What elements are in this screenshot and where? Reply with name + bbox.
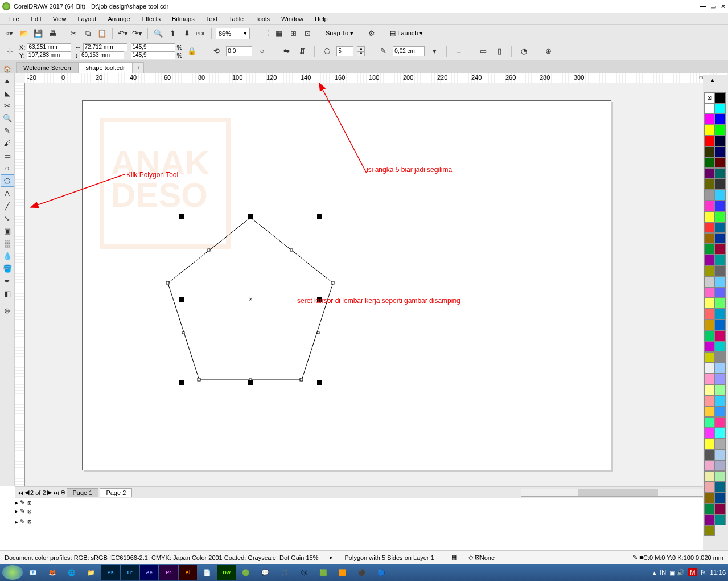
color-swatch[interactable]	[704, 406, 715, 417]
hscrollbar[interactable]	[521, 489, 726, 497]
color-swatch[interactable]	[704, 341, 715, 352]
tb-lightroom[interactable]: Lr	[121, 565, 139, 580]
outline-tool[interactable]: ✒	[1, 275, 14, 287]
color-swatch[interactable]	[704, 136, 715, 146]
to-front-button[interactable]: ▭	[477, 45, 490, 58]
color-swatch[interactable]	[715, 395, 726, 406]
menu-text[interactable]: Text	[201, 14, 222, 23]
tb-libreoffice[interactable]: 📄	[198, 565, 216, 580]
color-swatch[interactable]	[715, 439, 726, 449]
menu-help[interactable]: Help	[310, 14, 332, 23]
color-swatch[interactable]	[704, 374, 715, 384]
color-swatch[interactable]	[704, 428, 715, 439]
transparency-tool[interactable]: ▒	[1, 237, 14, 249]
color-swatch[interactable]	[715, 114, 726, 125]
color-swatch[interactable]	[715, 287, 726, 298]
tb-photoshop[interactable]: Ps	[101, 565, 120, 580]
color-swatch[interactable]	[715, 201, 726, 211]
text-tool[interactable]: A	[1, 187, 14, 199]
eyedropper-tool[interactable]: 💧	[1, 249, 14, 262]
color-swatch[interactable]	[715, 309, 726, 320]
page-last[interactable]: ⏭	[53, 489, 59, 496]
color-swatch[interactable]	[715, 330, 726, 341]
color-swatch[interactable]	[704, 514, 715, 525]
height-input[interactable]	[80, 51, 124, 59]
tray-clock[interactable]: 11:16	[710, 569, 726, 576]
color-swatch[interactable]	[704, 255, 715, 265]
convert-curves-button[interactable]: ◔	[517, 45, 530, 58]
horizontal-ruler[interactable]: millimeters -20 0 20 40 60 80 100 120 14…	[25, 73, 728, 83]
color-swatch[interactable]	[715, 211, 726, 222]
tb-skype[interactable]: Ⓢ	[295, 565, 313, 580]
color-swatch[interactable]	[715, 352, 726, 363]
close-button[interactable]: ✕	[721, 3, 726, 10]
menu-effects[interactable]: Effects	[137, 14, 165, 23]
color-palette[interactable]: ▴ ⊠	[703, 75, 728, 558]
mirror-v-button[interactable]: ⇵	[296, 45, 309, 58]
color-swatch[interactable]	[704, 417, 715, 428]
color-swatch[interactable]	[715, 493, 726, 504]
freehand-tool[interactable]: ✎	[1, 124, 14, 137]
color-swatch[interactable]	[715, 363, 726, 374]
color-swatch[interactable]	[704, 482, 715, 493]
tb-firefox[interactable]: 🦊	[43, 565, 61, 580]
paste-button[interactable]: 📋	[96, 27, 108, 40]
color-swatch[interactable]	[704, 211, 715, 222]
fullscreen-button[interactable]: ⛶	[258, 27, 271, 40]
color-swatch[interactable]	[715, 428, 726, 439]
color-swatch[interactable]	[715, 125, 726, 136]
color-swatch[interactable]	[704, 298, 715, 309]
color-swatch[interactable]	[715, 406, 726, 417]
color-swatch[interactable]	[715, 384, 726, 395]
canvas[interactable]: ANAKDESO	[25, 83, 728, 486]
menu-bitmaps[interactable]: Bitmaps	[167, 14, 199, 23]
drop-shadow-tool[interactable]: ▣	[1, 224, 14, 237]
polygon-sides-input[interactable]	[336, 46, 353, 56]
tray-lang[interactable]: IN	[660, 569, 666, 576]
print-button[interactable]: 🖶	[46, 27, 59, 40]
color-swatch[interactable]	[704, 439, 715, 449]
tab-document[interactable]: shape tool.cdr	[79, 62, 133, 73]
fill-tool[interactable]: 🪣	[1, 262, 14, 275]
color-swatch[interactable]	[715, 136, 726, 146]
menu-file[interactable]: File	[5, 14, 24, 23]
scale-y[interactable]	[131, 51, 175, 59]
color-swatch[interactable]	[704, 525, 715, 536]
color-swatch[interactable]	[715, 92, 726, 103]
tb-aftereffects[interactable]: Ae	[140, 565, 158, 580]
tb-music[interactable]: 🎵	[275, 565, 294, 580]
menu-layout[interactable]: Layout	[73, 14, 101, 23]
vertical-ruler[interactable]	[15, 83, 25, 486]
pick-tool[interactable]: ▲	[1, 74, 14, 87]
page-first[interactable]: ⏮	[17, 489, 23, 496]
color-swatch[interactable]	[715, 514, 726, 525]
menu-window[interactable]: Window	[277, 14, 308, 23]
smart-fill-tool[interactable]: ◧	[1, 287, 14, 300]
color-swatch[interactable]	[704, 384, 715, 395]
color-swatch[interactable]	[704, 179, 715, 190]
import-button[interactable]: ⬆	[166, 27, 179, 40]
x-position[interactable]	[27, 43, 71, 51]
color-swatch[interactable]	[704, 493, 715, 504]
export-button[interactable]: ⬇	[180, 27, 193, 40]
tb-whatsapp[interactable]: 💬	[256, 565, 274, 580]
color-swatch[interactable]	[715, 146, 726, 157]
rotation-presets[interactable]: ○	[256, 45, 268, 58]
color-swatch[interactable]	[715, 168, 726, 179]
color-swatch[interactable]	[704, 168, 715, 179]
color-swatch[interactable]	[715, 417, 726, 428]
color-swatch[interactable]	[715, 233, 726, 244]
color-swatch[interactable]	[704, 114, 715, 125]
color-swatch[interactable]	[704, 471, 715, 482]
color-swatch[interactable]	[704, 287, 715, 298]
color-swatch[interactable]	[704, 460, 715, 471]
color-swatch[interactable]	[715, 374, 726, 384]
lock-ratio-button[interactable]: 🔒	[186, 45, 198, 58]
color-swatch[interactable]	[704, 265, 715, 276]
wrap-text-button[interactable]: ≡	[453, 45, 465, 58]
options-button[interactable]: ⚙	[365, 27, 378, 40]
color-swatch[interactable]	[715, 222, 726, 233]
color-swatch[interactable]	[715, 265, 726, 276]
color-swatch[interactable]	[704, 190, 715, 201]
sides-up[interactable]: ▲	[357, 46, 365, 51]
